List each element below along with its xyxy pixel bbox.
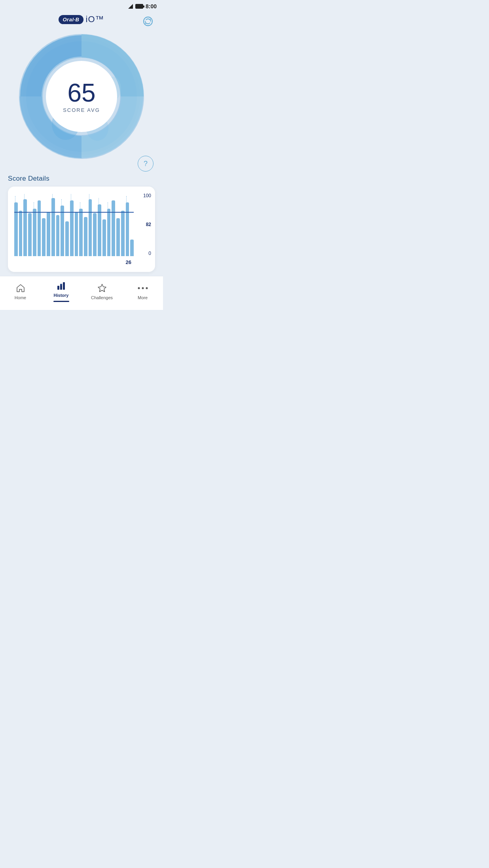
chart-area: 100 82 0 bbox=[14, 193, 151, 256]
bar-item bbox=[93, 193, 97, 256]
score-donut-chart: 65 SCORE AVG bbox=[18, 33, 145, 160]
chart-reference-line bbox=[14, 212, 134, 213]
main-content: 65 SCORE AVG ? Score Details 100 82 0 26 bbox=[0, 29, 163, 276]
bar-item bbox=[107, 193, 111, 256]
nav-item-home[interactable]: Home bbox=[0, 283, 41, 300]
sync-button[interactable] bbox=[141, 14, 155, 28]
bar-item bbox=[98, 193, 101, 256]
nav-label-challenges: Challenges bbox=[91, 295, 113, 300]
battery-icon bbox=[135, 4, 143, 9]
svg-marker-0 bbox=[128, 4, 133, 9]
y-label-min: 0 bbox=[139, 251, 151, 256]
bar-item bbox=[116, 193, 120, 256]
y-label-max: 100 bbox=[139, 193, 151, 198]
challenges-icon bbox=[97, 283, 108, 294]
bar-item bbox=[112, 193, 115, 256]
y-label-ref: 82 bbox=[139, 222, 151, 227]
status-bar: 8:00 bbox=[0, 0, 163, 11]
nav-item-more[interactable]: More bbox=[122, 283, 163, 300]
bar-item bbox=[102, 193, 106, 256]
svg-rect-11 bbox=[57, 286, 59, 290]
sync-icon bbox=[142, 16, 154, 27]
bar-item bbox=[121, 193, 125, 256]
logo-io: iO™ bbox=[86, 14, 104, 25]
bar-item bbox=[70, 193, 74, 256]
chart-card: 100 82 0 26 bbox=[8, 187, 155, 272]
status-time: 8:00 bbox=[146, 3, 157, 9]
history-icon bbox=[56, 280, 67, 291]
svg-point-17 bbox=[146, 287, 148, 289]
nav-label-history: History bbox=[54, 293, 69, 298]
chart-x-label: 26 bbox=[14, 259, 151, 266]
score-value: 65 bbox=[63, 80, 100, 106]
bar-item bbox=[28, 193, 32, 256]
more-icon bbox=[137, 283, 148, 294]
svg-point-16 bbox=[142, 287, 144, 289]
nav-item-challenges[interactable]: Challenges bbox=[82, 283, 122, 300]
logo-oral-b: Oral·B bbox=[59, 15, 83, 24]
bar-item bbox=[79, 193, 83, 256]
score-details-section: Score Details 100 82 0 26 bbox=[0, 175, 163, 272]
bar-item bbox=[130, 193, 134, 256]
bar-item bbox=[14, 193, 18, 256]
bar-item bbox=[42, 193, 45, 256]
x-last-value: 26 bbox=[126, 259, 131, 265]
nav-item-history[interactable]: History bbox=[41, 280, 82, 302]
bar-item bbox=[47, 193, 50, 256]
bar-item bbox=[61, 193, 64, 256]
nav-label-more: More bbox=[138, 295, 148, 300]
bar-item bbox=[38, 193, 41, 256]
bottom-nav: Home History Challenges bbox=[0, 276, 163, 310]
svg-rect-14 bbox=[61, 284, 62, 285]
score-label: SCORE AVG bbox=[63, 107, 100, 113]
home-icon bbox=[15, 283, 26, 294]
header: Oral·B iO™ bbox=[0, 11, 163, 29]
score-details-title: Score Details bbox=[8, 175, 155, 183]
bar-item bbox=[56, 193, 60, 256]
svg-rect-13 bbox=[63, 282, 65, 290]
bar-item bbox=[75, 193, 78, 256]
logo: Oral·B iO™ bbox=[59, 14, 104, 25]
bar-item bbox=[89, 193, 92, 256]
score-center: 65 SCORE AVG bbox=[63, 80, 100, 113]
signal-icon bbox=[128, 4, 133, 9]
bar-item bbox=[84, 193, 87, 256]
chart-bars bbox=[14, 193, 137, 256]
bar-item bbox=[23, 193, 27, 256]
nav-active-indicator bbox=[53, 301, 69, 302]
bar-item bbox=[33, 193, 36, 256]
chart-y-axis: 100 82 0 bbox=[137, 193, 151, 256]
bar-item bbox=[19, 193, 23, 256]
svg-point-15 bbox=[138, 287, 140, 289]
bar-item bbox=[126, 193, 129, 256]
bar-item bbox=[51, 193, 55, 256]
bar-item bbox=[65, 193, 69, 256]
nav-label-home: Home bbox=[15, 295, 26, 300]
